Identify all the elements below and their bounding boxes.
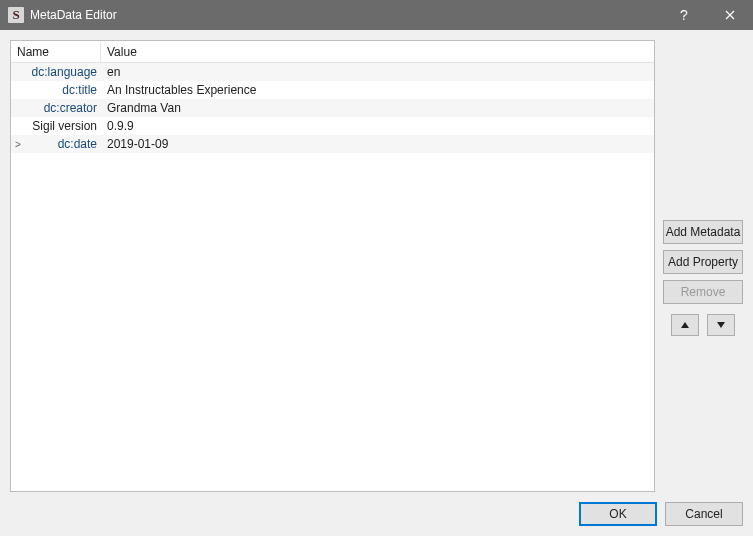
triangle-up-icon [680, 320, 690, 330]
table-row[interactable]: dc:languageen [11, 63, 654, 81]
remove-button[interactable]: Remove [663, 280, 743, 304]
row-name: dc:title [25, 83, 101, 97]
tree-body: dc:languageendc:titleAn Instructables Ex… [11, 63, 654, 153]
triangle-down-icon [716, 320, 726, 330]
column-header-name[interactable]: Name [11, 42, 101, 62]
row-name: Sigil version [25, 119, 101, 133]
main-row: Name Value dc:languageendc:titleAn Instr… [10, 40, 743, 492]
close-button[interactable] [707, 0, 753, 30]
metadata-tree[interactable]: Name Value dc:languageendc:titleAn Instr… [10, 40, 655, 492]
cancel-button[interactable]: Cancel [665, 502, 743, 526]
row-value[interactable]: An Instructables Experience [101, 83, 654, 97]
add-metadata-button[interactable]: Add Metadata [663, 220, 743, 244]
move-up-button[interactable] [671, 314, 699, 336]
dialog-footer: OK Cancel [10, 492, 743, 526]
row-name: dc:date [25, 137, 101, 151]
titlebar: S MetaData Editor ? [0, 0, 753, 30]
table-row[interactable]: Sigil version0.9.9 [11, 117, 654, 135]
expander-icon[interactable]: > [11, 139, 25, 150]
window-title: MetaData Editor [30, 8, 661, 22]
row-value[interactable]: 0.9.9 [101, 119, 654, 133]
row-value[interactable]: en [101, 65, 654, 79]
table-row[interactable]: dc:creatorGrandma Van [11, 99, 654, 117]
add-property-button[interactable]: Add Property [663, 250, 743, 274]
column-header-value[interactable]: Value [101, 42, 654, 62]
table-row[interactable]: dc:titleAn Instructables Experience [11, 81, 654, 99]
move-down-button[interactable] [707, 314, 735, 336]
dialog-content: Name Value dc:languageendc:titleAn Instr… [0, 30, 753, 536]
help-button[interactable]: ? [661, 0, 707, 30]
side-buttons: Add Metadata Add Property Remove [663, 40, 743, 492]
table-row[interactable]: >dc:date2019-01-09 [11, 135, 654, 153]
move-buttons [663, 314, 743, 336]
row-value[interactable]: 2019-01-09 [101, 137, 654, 151]
row-name: dc:creator [25, 101, 101, 115]
row-value[interactable]: Grandma Van [101, 101, 654, 115]
tree-header: Name Value [11, 41, 654, 63]
ok-button[interactable]: OK [579, 502, 657, 526]
app-icon: S [8, 7, 24, 23]
dialog-window: S MetaData Editor ? Name Value dc:langua… [0, 0, 753, 536]
row-name: dc:language [25, 65, 101, 79]
